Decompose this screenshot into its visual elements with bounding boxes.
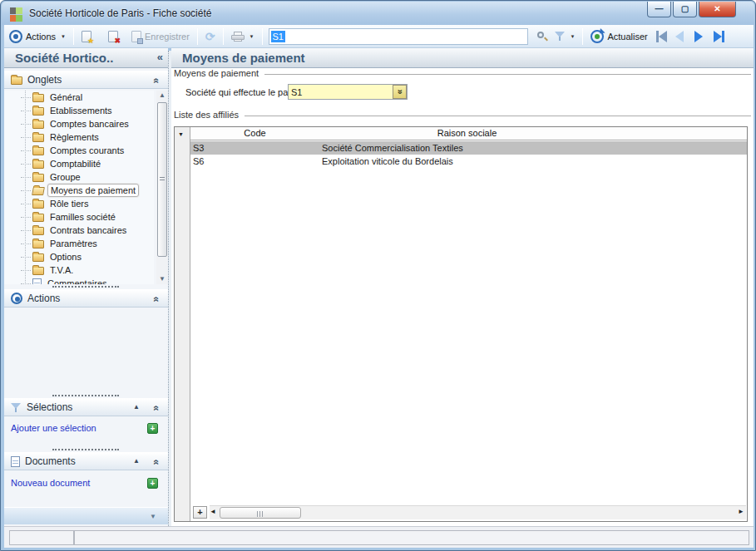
toolbar-separator [197,28,198,45]
reload-button[interactable]: ⟳ [202,29,219,44]
table-row-s3[interactable]: S3Société Commercialisation Textiles [190,141,747,155]
grid-horizontal-scrollbar[interactable]: ◄ ► [210,505,746,519]
tree-connector [21,164,31,165]
tree-item-etablissements[interactable]: Etablissements [4,104,154,117]
actions-panel-label: Actions [27,293,60,304]
collapse-icon[interactable]: « [151,297,163,303]
cell-raison-sociale: Exploitation viticole du Bordelais [319,156,453,166]
folder-icon [32,147,44,155]
sidebar: Onglets « GénéralEtablissementsComptes b… [4,68,168,526]
main-content: Moyens de paiement Société qui effectue … [171,68,754,526]
nav-previous-button[interactable] [675,31,689,42]
add-selection-link[interactable]: Ajouter une sélection [11,423,96,433]
add-selection-plus-button[interactable]: + [147,423,158,434]
filter-button[interactable]: ▼ [551,29,579,43]
save-button-label: Enregistrer [145,32,190,42]
tree-item-comptabilit-[interactable]: Comptabilité [4,157,154,170]
payment-group-label: Moyens de paiement [174,68,264,78]
tree-connector [21,111,31,111]
save-button[interactable]: Enregistrer [128,29,193,44]
cell-code: S6 [190,156,319,166]
folder-icon [32,240,44,248]
collapse-single-icon[interactable]: ▲ [133,457,140,465]
folder-icon [32,134,44,142]
scroll-right-icon[interactable]: ► [738,508,744,515]
panel-splitter[interactable] [52,395,119,396]
nav-next-button[interactable] [694,31,708,42]
folder-icon [32,267,44,275]
nav-first-button[interactable] [656,31,670,42]
selections-panel-header[interactable]: Sélections ▲ « [4,398,168,416]
collapse-icon[interactable]: « [151,406,163,411]
panel-splitter[interactable] [52,286,119,288]
tree-connector [21,204,31,204]
tree-item-options[interactable]: Options [4,250,154,263]
payer-combobox[interactable]: S1 « [288,84,408,100]
actions-menu-label: Actions [26,32,56,42]
application-window: Société Horticole de Paris - Fiche socié… [0,0,756,551]
combo-dropdown-button[interactable]: « [393,85,407,99]
tree-item-contrats-bancaires[interactable]: Contrats bancaires [4,224,154,237]
maximize-button[interactable]: ▢ [673,2,697,17]
tree-connector [21,177,31,178]
actions-menu-button[interactable]: Actions ▼ [22,30,69,43]
documents-panel-header[interactable]: Documents ▲ « [4,452,168,470]
tree-item-g-n-ral[interactable]: Général [4,91,154,104]
tree-item-comptes-bancaires[interactable]: Comptes bancaires [4,117,154,130]
tree-item-commentaires[interactable]: Commentaires [4,277,154,284]
folder-icon [32,214,44,222]
refresh-button[interactable]: Actualiser [587,28,650,45]
new-document-link[interactable]: Nouveau document [11,478,90,488]
refresh-circle-icon [590,30,604,43]
tree-connector [21,230,31,231]
collapse-icon[interactable]: « [151,78,163,84]
onglets-panel-header[interactable]: Onglets « [4,71,168,89]
tree-item-param-tres[interactable]: Paramètres [4,237,154,250]
delete-document-icon: ✖ [108,31,118,42]
column-header-code[interactable]: Code [190,127,319,140]
column-header-raison-sociale[interactable]: Raison sociale [319,127,615,140]
tree-item-t-v-a-[interactable]: T.V.A. [4,263,154,277]
scroll-down-icon[interactable]: ▼ [156,274,168,284]
scrollbar-thumb[interactable] [220,507,301,519]
print-button[interactable]: ▼ [228,30,258,43]
scrollbar-thumb[interactable] [157,102,167,257]
previous-record-icon [675,31,684,42]
new-document-plus-button[interactable]: + [147,478,158,489]
next-record-icon [694,31,703,42]
grid-selector-icon[interactable]: ▼ [178,131,184,137]
table-row-s6[interactable]: S6Exploitation viticole du Bordelais [190,155,747,168]
delete-record-button[interactable]: ✖ [105,29,121,44]
scroll-left-icon[interactable]: ◄ [210,508,216,515]
affiliates-grid: ▼ Code Raison sociale S3Société Commerci… [174,126,748,522]
status-cell [74,530,749,545]
close-button[interactable]: ✕ [699,2,736,17]
tree-connector [21,150,31,151]
sidebar-collapse-icon[interactable]: « [157,51,163,63]
tree-item-label: Comptes courants [47,145,126,156]
grid-add-row-button[interactable]: + [193,506,207,519]
collapse-single-icon[interactable]: ▲ [133,403,140,411]
panel-splitter[interactable] [52,449,119,450]
actions-panel-header[interactable]: Actions « [4,289,168,307]
tree-item-groupe[interactable]: Groupe [4,170,154,184]
tree-item-moyens-de-paiement[interactable]: Moyens de paiement [4,184,154,197]
app-icon [10,7,23,21]
scroll-up-icon[interactable]: ▲ [156,91,168,101]
collapse-icon[interactable]: « [151,460,163,465]
page-title: Moyens de paiement [182,51,305,65]
new-record-button[interactable]: ★ [78,29,95,44]
search-input-value: S1 [271,31,285,42]
search-button[interactable] [533,29,551,44]
refresh-arrows-icon: ⟳ [205,31,215,42]
search-input[interactable]: S1 [269,28,528,45]
minimize-button[interactable]: — [647,2,671,17]
nav-last-button[interactable] [714,31,727,42]
sidebar-footer-bar[interactable]: ▼ [4,507,168,524]
tree-item-familles-soci-t-[interactable]: Familles société [4,210,154,224]
tree-item-comptes-courants[interactable]: Comptes courants [4,144,154,157]
tree-scrollbar[interactable]: ▲ ▼ [156,91,168,284]
tree-item-r-le-tiers[interactable]: Rôle tiers [4,197,154,210]
folder-icon [32,94,44,102]
tree-item-r-glements[interactable]: Règlements [4,130,154,144]
